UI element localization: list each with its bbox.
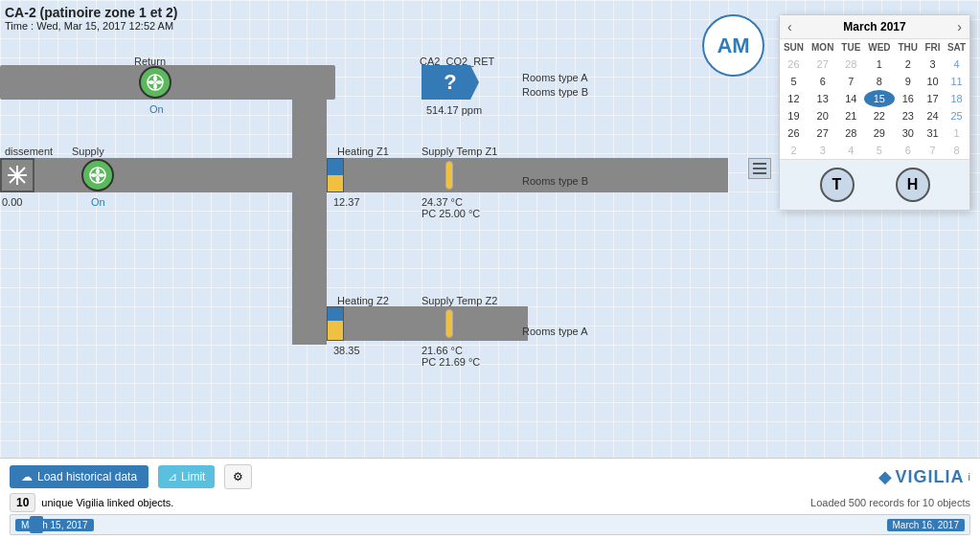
- temp-z2-value: 21.66 °C: [422, 345, 463, 356]
- timeline-start-date: March 15, 2017: [15, 519, 94, 531]
- fan-return: [139, 66, 171, 99]
- page-subtitle: Time : Wed, Mar 15, 2017 12:52 AM: [5, 20, 177, 32]
- calendar-day[interactable]: 4: [944, 56, 969, 73]
- co2-sensor: ?: [422, 65, 479, 100]
- count-badge: 10: [10, 493, 35, 512]
- temp-z1-value: 24.37 °C: [422, 196, 463, 208]
- calendar-prev-button[interactable]: ‹: [787, 19, 792, 34]
- calendar-day[interactable]: 10: [922, 73, 944, 90]
- calendar-day[interactable]: 25: [944, 107, 969, 124]
- heating-z2-value: 38.35: [333, 345, 360, 356]
- cal-day-header: FRI: [922, 39, 944, 56]
- calendar-day[interactable]: 4: [837, 142, 864, 159]
- cal-day-header: SAT: [944, 39, 969, 56]
- calendar-day[interactable]: 8: [864, 73, 895, 90]
- refrig-value: 0.00: [2, 196, 22, 208]
- calendar-next-button[interactable]: ›: [957, 19, 962, 34]
- calendar-day[interactable]: 14: [837, 90, 864, 107]
- bottom-row2: 10 unique Vigilia linked objects. Loaded…: [10, 493, 970, 512]
- vigilia-logo: ◆ VIGILIA i: [878, 466, 970, 487]
- limit-label: Limit: [181, 470, 205, 483]
- calendar-day[interactable]: 1: [944, 124, 969, 142]
- timeline-end-date: March 16, 2017: [887, 519, 966, 531]
- limit-button[interactable]: ⊿ Limit: [158, 465, 215, 488]
- bottom-row1: ☁ Load historical data ⊿ Limit ⚙ ◆ VIGIL…: [10, 464, 970, 489]
- rooms-a-bot: Rooms type A: [522, 326, 587, 337]
- calendar-day[interactable]: 30: [895, 124, 922, 142]
- unique-objects-text: unique Vigilia linked objects.: [41, 497, 173, 508]
- calendar-day[interactable]: 21: [837, 107, 864, 124]
- calendar-day[interactable]: 28: [837, 124, 864, 142]
- calendar-day[interactable]: 29: [864, 124, 895, 142]
- refrig-device: [0, 158, 34, 192]
- rooms-b-mid: Rooms type B: [522, 175, 588, 187]
- load-historical-button[interactable]: ☁ Load historical data: [10, 465, 148, 488]
- supply-temp-z1-label: Supply Temp Z1: [422, 146, 497, 157]
- h-button[interactable]: H: [896, 168, 930, 202]
- timeline-bar[interactable]: March 15, 2017 March 16, 2017: [10, 514, 970, 535]
- heating-z2-label: Heating Z2: [337, 295, 389, 306]
- calendar-day[interactable]: 2: [895, 56, 922, 73]
- calendar-day[interactable]: 16: [895, 90, 922, 107]
- calendar-day[interactable]: 22: [864, 107, 895, 124]
- supply-temp-z2-label: Supply Temp Z2: [422, 295, 497, 306]
- temp-z1-pc: PC 25.00 °C: [422, 208, 480, 219]
- calendar-day[interactable]: 2: [780, 142, 808, 159]
- calendar-day[interactable]: 1: [864, 56, 895, 73]
- load-historical-label: Load historical data: [37, 470, 137, 483]
- calendar-header: ‹ March 2017 ›: [780, 15, 969, 39]
- calendar-day[interactable]: 12: [780, 90, 808, 107]
- heating-z1-valve[interactable]: [327, 158, 344, 192]
- calendar-day[interactable]: 28: [837, 56, 864, 73]
- calendar-day[interactable]: 8: [944, 142, 969, 159]
- calendar-day[interactable]: 9: [895, 73, 922, 90]
- duct-z2-vertical: [292, 191, 327, 345]
- calendar-day[interactable]: 5: [780, 73, 808, 90]
- header: CA-2 (patinoire zone 1 et 2) Time : Wed,…: [5, 5, 177, 32]
- calendar-day[interactable]: 19: [780, 107, 808, 124]
- sidebar-panel[interactable]: [748, 158, 771, 179]
- calendar-day[interactable]: 17: [922, 90, 944, 107]
- calendar-day[interactable]: 24: [922, 107, 944, 124]
- calendar-day[interactable]: 11: [944, 73, 969, 90]
- calendar-day[interactable]: 3: [922, 56, 944, 73]
- refrig-label: dissement: [5, 146, 53, 157]
- calendar-grid: SUNMONTUEWEDTHUFRISAT 262728123456789101…: [780, 39, 969, 159]
- settings-button[interactable]: ⚙: [224, 464, 252, 489]
- rooms-b-top: Rooms type B: [522, 86, 588, 98]
- cal-day-header: THU: [895, 39, 922, 56]
- calendar-day[interactable]: 13: [808, 90, 838, 107]
- calendar-day[interactable]: 18: [944, 90, 969, 107]
- calendar-day[interactable]: 27: [808, 124, 838, 142]
- calendar-day[interactable]: 7: [922, 142, 944, 159]
- calendar-day[interactable]: 26: [780, 56, 808, 73]
- avatar[interactable]: AM: [702, 14, 764, 77]
- vigilia-text: VIGILIA: [896, 467, 965, 487]
- vigilia-info: i: [969, 471, 970, 483]
- fan-main-label: On: [91, 196, 105, 208]
- sidebar-icon-3: [753, 172, 766, 174]
- calendar-day[interactable]: 6: [808, 73, 838, 90]
- calendar-panel: ‹ March 2017 › SUNMONTUEWEDTHUFRISAT 262…: [779, 14, 970, 211]
- cal-day-header: TUE: [837, 39, 864, 56]
- calendar-day[interactable]: 7: [837, 73, 864, 90]
- fan-main: [81, 159, 114, 191]
- timeline-thumb[interactable]: [30, 516, 43, 533]
- calendar-day[interactable]: 26: [780, 124, 808, 142]
- duct-branch-z1: [327, 158, 528, 192]
- filter-icon: ⊿: [168, 470, 177, 483]
- duct-branch-z2: [327, 306, 528, 341]
- calendar-day[interactable]: 20: [808, 107, 838, 124]
- calendar-day[interactable]: 27: [808, 56, 838, 73]
- heating-z2-valve[interactable]: [327, 306, 344, 341]
- t-button[interactable]: T: [820, 168, 855, 202]
- calendar-day[interactable]: 15: [864, 90, 895, 107]
- temp-z2-icon: [445, 309, 453, 338]
- calendar-day[interactable]: 3: [808, 142, 838, 159]
- calendar-day[interactable]: 6: [895, 142, 922, 159]
- cal-day-header: WED: [864, 39, 895, 56]
- co2-value: 514.17 ppm: [426, 104, 482, 116]
- calendar-day[interactable]: 31: [922, 124, 944, 142]
- calendar-day[interactable]: 5: [864, 142, 895, 159]
- calendar-day[interactable]: 23: [895, 107, 922, 124]
